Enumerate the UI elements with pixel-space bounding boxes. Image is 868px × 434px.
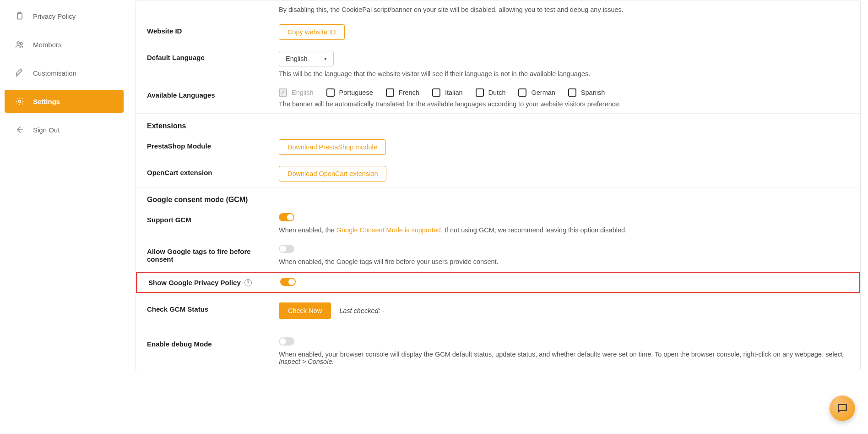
debug-mode-help: When enabled, your browser console will … [279,351,849,365]
checkbox-icon [476,88,484,97]
select-value: English [286,55,308,62]
checkbox-icon [386,88,394,97]
sidebar-item-signout[interactable]: Sign Out [5,118,124,141]
checkbox-icon [279,88,287,97]
support-gcm-toggle[interactable] [279,213,294,221]
sidebar-item-label: Settings [33,98,60,105]
download-opencart-button[interactable]: Download OpenCart extension [279,166,386,181]
download-prestashop-button[interactable]: Download PrestaShop module [279,139,386,155]
opencart-label: OpenCart extension [147,166,270,176]
main-content: By disabling this, the CookiePal script/… [128,0,868,434]
lang-dutch-checkbox[interactable]: Dutch [476,88,506,97]
lang-italian-checkbox[interactable]: Italian [432,88,463,97]
checkbox-icon [326,88,335,97]
lang-portuguese-checkbox[interactable]: Portuguese [326,88,373,97]
brush-icon [15,68,25,78]
show-google-policy-toggle[interactable] [280,278,296,286]
available-languages-label: Available Languages [147,88,270,99]
svg-point-4 [19,100,21,103]
users-icon [15,39,25,49]
languages-checkbox-row: English Portuguese French Italian [279,88,849,97]
gcm-heading: Google consent mode (GCM) [136,187,860,208]
disable-help-text: By disabling this, the CookiePal script/… [279,6,849,13]
sidebar-item-members[interactable]: Members [5,33,124,56]
clipboard-icon [15,11,25,21]
checkbox-label: German [531,89,555,96]
sidebar-item-settings[interactable]: Settings [5,90,124,113]
svg-point-2 [17,42,19,44]
sidebar-item-customisation[interactable]: Customisation [5,61,124,84]
checkbox-icon [432,88,440,97]
prestashop-label: PrestaShop Module [147,139,270,150]
show-google-policy-highlight: Show Google Privacy Policy ? [136,272,860,293]
allow-fire-toggle[interactable] [279,245,294,253]
chat-icon [836,402,848,414]
lang-french-checkbox[interactable]: French [386,88,419,97]
sidebar-item-privacy-policy[interactable]: Privacy Policy [5,5,124,27]
chat-widget-button[interactable] [830,396,855,421]
support-gcm-label: Support GCM [147,213,270,224]
checkbox-icon [568,88,576,97]
copy-website-id-button[interactable]: Copy website ID [279,24,345,40]
website-id-label: Website ID [147,24,270,35]
info-icon[interactable]: ? [244,279,252,286]
default-language-help: This will be the language that the websi… [279,70,849,77]
sidebar: Privacy Policy Members Customisation Set… [0,0,128,434]
checkbox-label: Portuguese [339,89,373,96]
debug-mode-toggle[interactable] [279,337,294,346]
gcm-support-link[interactable]: Google Consent Mode is supported. [336,226,443,234]
sidebar-item-label: Privacy Policy [33,12,76,20]
extensions-heading: Extensions [136,114,860,134]
checkbox-label: English [292,89,314,96]
checkbox-label: Dutch [488,89,506,96]
check-gcm-status-label: Check GCM Status [147,302,270,313]
svg-point-3 [20,43,22,45]
checkbox-icon [518,88,526,97]
checkbox-label: French [399,89,419,96]
sidebar-item-label: Members [33,41,62,49]
checkbox-label: Spanish [581,89,605,96]
sidebar-item-label: Sign Out [33,126,60,134]
gear-icon [15,96,25,106]
default-language-select[interactable]: English ▾ [279,51,334,66]
show-google-policy-label: Show Google Privacy Policy [148,279,241,286]
available-languages-help: The banner will be automatically transla… [279,100,849,108]
allow-fire-label: Allow Google tags to fire before consent [147,245,270,263]
check-now-button[interactable]: Check Now [279,302,331,319]
sidebar-item-label: Customisation [33,69,76,77]
lang-spanish-checkbox[interactable]: Spanish [568,88,605,97]
lang-english-checkbox: English [279,88,314,97]
debug-mode-label: Enable debug Mode [147,337,270,348]
settings-panel: By disabling this, the CookiePal script/… [136,0,861,371]
support-gcm-help: When enabled, the Google Consent Mode is… [279,226,849,234]
last-checked-text: Last checked: - [339,307,384,314]
chevron-down-icon: ▾ [324,56,327,62]
lang-german-checkbox[interactable]: German [518,88,555,97]
checkbox-label: Italian [445,89,463,96]
signout-icon [15,125,25,135]
allow-fire-help: When enabled, the Google tags will fire … [279,258,849,265]
default-language-label: Default Language [147,51,270,61]
